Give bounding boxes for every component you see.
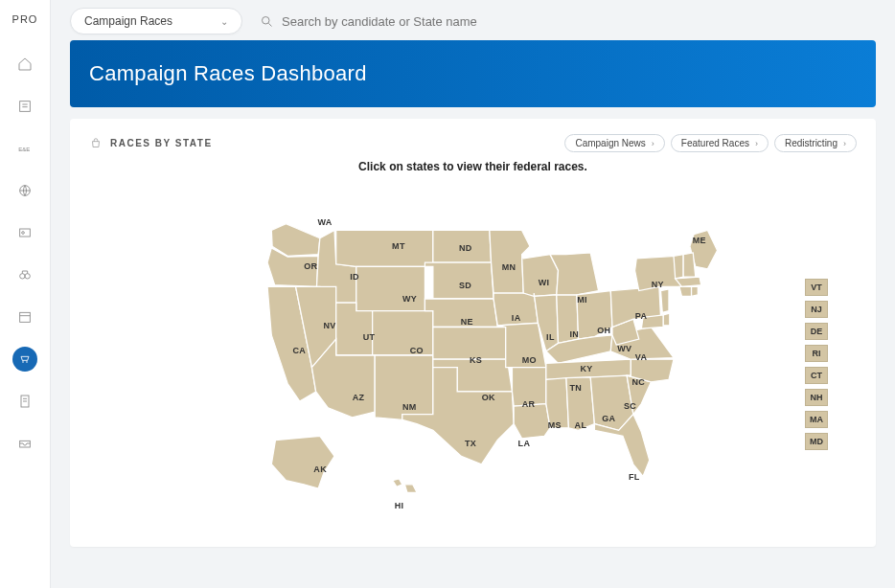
nav-binoculars[interactable] — [12, 262, 37, 287]
left-sidebar: PRO E&E — [0, 0, 51, 588]
state-CT[interactable] — [678, 286, 691, 296]
state-OH[interactable] — [576, 291, 611, 340]
state-LA[interactable] — [514, 404, 550, 439]
chevron-down-icon: ⌄ — [220, 16, 228, 27]
svg-rect-0 — [20, 102, 31, 112]
search-wrap — [260, 14, 876, 29]
svg-point-7 — [20, 274, 25, 279]
state-MD[interactable] — [641, 315, 663, 328]
nav-inbox[interactable] — [12, 431, 37, 456]
state-NJ[interactable] — [660, 289, 668, 312]
pill-row: Campaign News›Featured Races›Redistricti… — [564, 134, 857, 152]
state-CO[interactable] — [372, 311, 432, 355]
state-AL[interactable] — [565, 377, 594, 431]
state-NH[interactable] — [683, 253, 696, 277]
us-map-wrap: VTNJDERICTNHMAMD WAORCAIDNVMTWYUTCOAZNMN… — [89, 183, 857, 528]
content: Campaign Races Dashboard RACES BY STATE … — [51, 40, 895, 547]
side-state-list: VTNJDERICTNHMAMD — [805, 279, 828, 450]
nav-news[interactable] — [12, 94, 37, 119]
state-WY[interactable] — [356, 266, 425, 310]
state-MI[interactable] — [550, 253, 599, 295]
side-state-MD[interactable]: MD — [805, 433, 828, 450]
nav-globe[interactable] — [12, 178, 37, 203]
state-NE[interactable] — [425, 299, 497, 328]
state-NM[interactable] — [375, 355, 433, 419]
state-ND[interactable] — [432, 230, 491, 262]
search-icon — [260, 14, 274, 29]
state-UT[interactable] — [335, 303, 372, 355]
svg-rect-9 — [20, 312, 31, 322]
pill-campaign-news[interactable]: Campaign News› — [564, 134, 664, 152]
side-state-NH[interactable]: NH — [805, 389, 828, 406]
nav-campaigns[interactable] — [12, 347, 37, 372]
svg-line-16 — [268, 23, 271, 26]
state-RI[interactable] — [691, 286, 698, 296]
nav-home[interactable] — [12, 52, 37, 77]
races-card: RACES BY STATE Campaign News›Featured Ra… — [70, 119, 876, 547]
svg-point-8 — [25, 274, 30, 279]
side-state-CT[interactable]: CT — [805, 367, 828, 384]
bag-icon — [89, 137, 103, 150]
state-MT[interactable] — [335, 230, 432, 266]
svg-rect-14 — [20, 441, 31, 447]
chevron-right-icon: › — [652, 139, 654, 148]
map-instruction: Click on states to view their federal ra… — [89, 160, 857, 173]
scope-dropdown[interactable]: Campaign Races ⌄ — [70, 8, 242, 34]
chevron-right-icon: › — [843, 139, 846, 148]
state-AR[interactable] — [512, 368, 545, 406]
dropdown-value: Campaign Races — [84, 14, 172, 28]
main-area: Campaign Races ⌄ Campaign Races Dashboar… — [51, 0, 895, 588]
nav-ee[interactable]: E&E — [12, 136, 37, 161]
state-AK[interactable] — [271, 436, 334, 488]
card-title: RACES BY STATE — [110, 138, 213, 148]
state-KS[interactable] — [432, 328, 505, 360]
nav-document[interactable] — [12, 389, 37, 414]
svg-point-6 — [22, 232, 25, 235]
state-VT[interactable] — [674, 255, 683, 279]
us-map — [191, 183, 756, 528]
svg-text:E&E: E&E — [18, 147, 30, 152]
side-state-VT[interactable]: VT — [805, 279, 828, 296]
brand-logo: PRO — [12, 13, 38, 25]
state-MS[interactable] — [545, 378, 568, 428]
state-WA[interactable] — [271, 224, 320, 257]
state-HI[interactable] — [392, 479, 416, 492]
state-IA[interactable] — [493, 293, 538, 326]
pill-redistricting[interactable]: Redistricting› — [774, 134, 857, 152]
pill-featured-races[interactable]: Featured Races› — [671, 134, 769, 152]
state-SD[interactable] — [425, 262, 493, 299]
page-title: Campaign Races Dashboard — [70, 40, 876, 107]
svg-point-15 — [263, 16, 270, 24]
side-state-DE[interactable]: DE — [805, 323, 828, 340]
side-state-NJ[interactable]: NJ — [805, 301, 828, 318]
nav-card[interactable] — [12, 220, 37, 245]
search-input[interactable] — [282, 14, 550, 29]
chevron-right-icon: › — [755, 139, 758, 148]
side-state-MA[interactable]: MA — [805, 411, 828, 428]
side-state-RI[interactable]: RI — [805, 345, 828, 362]
nav-calendar[interactable] — [12, 305, 37, 329]
topbar: Campaign Races ⌄ — [51, 0, 895, 40]
state-IN[interactable] — [556, 295, 578, 344]
state-DE[interactable] — [663, 313, 670, 326]
